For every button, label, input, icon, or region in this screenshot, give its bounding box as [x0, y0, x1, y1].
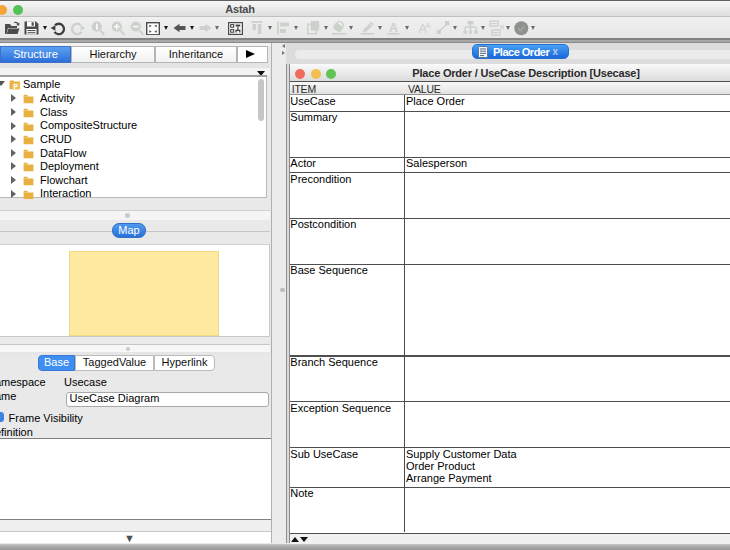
svg-text:P: P: [14, 82, 19, 89]
svg-text:A: A: [425, 21, 431, 30]
svg-text:A: A: [389, 21, 398, 35]
